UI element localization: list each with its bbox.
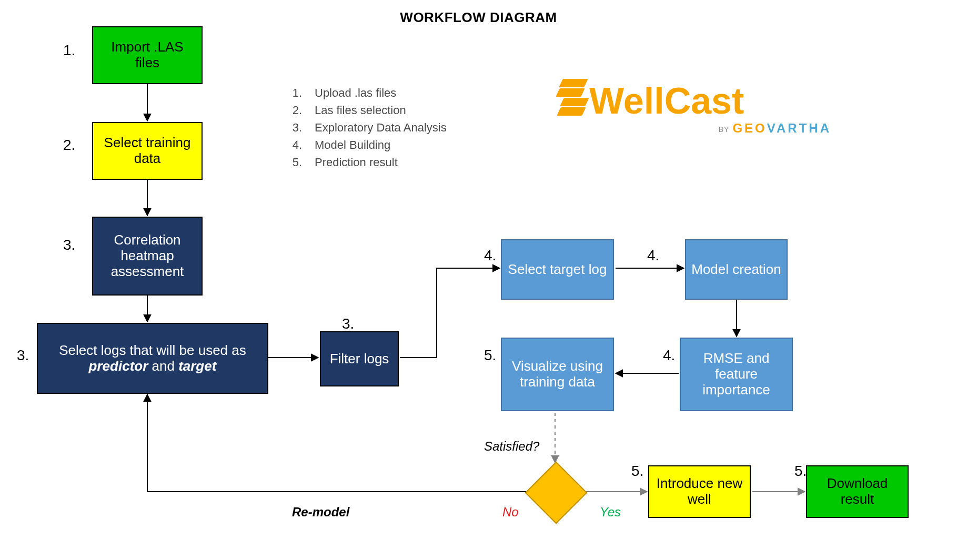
legend: 1.Upload .las files 2.Las files selectio… — [289, 84, 447, 171]
legend-item: 1.Upload .las files — [289, 84, 447, 101]
label-satisfied: Satisfied? — [484, 439, 539, 454]
step-number: 3. — [342, 315, 354, 332]
legend-item: 5.Prediction result — [289, 154, 447, 171]
label-remodel: Re-model — [292, 505, 349, 520]
box-select-training: Select training data — [92, 122, 203, 180]
box-select-target: Select target log — [501, 239, 614, 300]
step-number: 5. — [631, 463, 643, 480]
decision-diamond — [525, 462, 588, 524]
logo-text: WellCast — [589, 80, 744, 122]
box-filter-logs: Filter logs — [320, 331, 399, 386]
step-number: 4. — [663, 347, 675, 364]
box-rmse: RMSE and feature importance — [680, 338, 793, 411]
legend-item: 4.Model Building — [289, 136, 447, 154]
label-yes: Yes — [600, 505, 621, 520]
box-import-las: Import .LAS files — [92, 26, 203, 84]
diagram-title: WORKFLOW DIAGRAM — [0, 9, 957, 26]
step-number: 4. — [484, 247, 496, 264]
step-number: 1. — [63, 42, 75, 59]
box-select-logs: Select logs that will be used as predict… — [37, 323, 268, 394]
wellcast-logo: WellCast BYGEOVARTHA — [558, 79, 831, 136]
workflow-diagram: WORKFLOW DIAGRAM 1.Upload .las files 2.L… — [0, 0, 957, 560]
step-number: 5. — [484, 347, 496, 364]
box-download: Download result — [806, 465, 909, 518]
box-correlation: Correlation heatmap assessment — [92, 217, 203, 296]
step-number: 3. — [63, 237, 75, 253]
box-model-creation: Model creation — [685, 239, 788, 300]
box-new-well: Introduce new well — [648, 465, 751, 518]
logo-byline: BYGEOVARTHA — [558, 121, 831, 136]
step-number: 2. — [63, 137, 75, 154]
step-number: 5. — [794, 463, 807, 480]
legend-item: 2.Las files selection — [289, 101, 447, 119]
box-visualize: Visualize using training data — [501, 338, 614, 411]
step-number: 4. — [647, 247, 659, 264]
legend-item: 3.Exploratory Data Analysis — [289, 119, 447, 136]
label-no: No — [502, 505, 519, 520]
step-number: 3. — [17, 347, 29, 364]
logo-bolt-icon — [558, 79, 584, 123]
